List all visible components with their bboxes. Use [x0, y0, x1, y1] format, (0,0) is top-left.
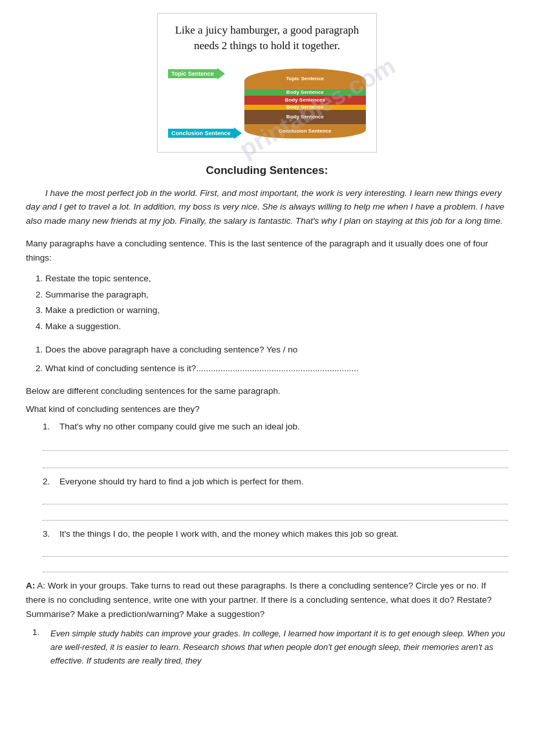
bun-top-text: Topic Sentence	[286, 76, 325, 81]
dotted-line-2b	[43, 506, 508, 521]
page-container: Like a juicy hamburger, a good paragraph…	[26, 13, 508, 668]
lettuce-text: Body Sentence	[286, 89, 324, 95]
section-a-label: A:	[26, 581, 37, 590]
topic-sentence-label: Topic Sentence	[168, 69, 217, 78]
patty-red-layer: Body Sentences	[244, 96, 366, 105]
section-a-text: A: A: Work in your groups. Take turns to…	[26, 579, 508, 621]
paragraph-1-text: Even simple study habits can improve you…	[50, 627, 508, 667]
item-2-sentence: Everyone should try hard to find a job w…	[59, 475, 303, 489]
conclusion-sentence-label: Conclusion Sentence	[168, 129, 234, 138]
topic-arrow-icon	[217, 68, 225, 80]
concluding-item-2: 2. Everyone should try hard to find a jo…	[43, 475, 508, 489]
question-2: What kind of concluding sentence is it?.…	[45, 361, 508, 376]
four-things-list: Restate the topic sentence, Summarise th…	[45, 272, 508, 335]
dotted-line-3b	[43, 558, 508, 573]
conclusion-label-arrow: Conclusion Sentence	[168, 127, 242, 139]
concluding-item-1: 1. That's why no other company could giv…	[43, 420, 508, 434]
dotted-line-1b	[43, 453, 508, 468]
burger-stack: Topic Sentence Body Sentence Body Senten…	[244, 69, 366, 138]
below-text-1: Below are different concluding sentences…	[26, 384, 508, 398]
questions-list: Does the above paragraph have a concludi…	[45, 342, 508, 376]
concluding-items: 1. That's why no other company could giv…	[43, 420, 508, 572]
topic-label-arrow: Topic Sentence	[168, 68, 242, 80]
hamburger-diagram: Like a juicy hamburger, a good paragraph…	[157, 13, 377, 153]
item-3-num: 3.	[43, 527, 54, 541]
concluding-item-3: 3. It's the things I do, the people I wo…	[43, 527, 508, 541]
bun-top-layer: Topic Sentence	[244, 69, 366, 89]
hamburger-title: Like a juicy hamburger, a good paragraph…	[168, 23, 366, 54]
item-1-sentence: That's why no other company could give m…	[59, 420, 300, 434]
paragraph-1-num: 1.	[32, 627, 45, 667]
section-a-body: A: Work in your groups. Take turns to re…	[26, 581, 491, 618]
item-1-num: 1.	[43, 420, 54, 434]
lettuce-layer: Body Sentence	[244, 89, 366, 96]
list-item-2: Summarise the paragraph,	[45, 288, 508, 303]
cheese-layer: Body Sentence	[244, 105, 366, 110]
list-item-1: Restate the topic sentence,	[45, 272, 508, 286]
italic-paragraph: I have the most perfect job in the world…	[26, 186, 508, 228]
patty-red-text: Body Sentences	[285, 97, 325, 103]
dotted-line-1	[43, 437, 508, 451]
paragraph-1-item: 1. Even simple study habits can improve …	[32, 627, 508, 667]
patty-brown-text: Body Sentence	[286, 114, 324, 120]
below-text-2: What kind of concluding sentences are th…	[26, 402, 508, 416]
question-1: Does the above paragraph have a concludi…	[45, 342, 508, 358]
hamburger-svg-area: Topic Sentence Conclusion Sentence Topic…	[168, 61, 366, 146]
item-2-num: 2.	[43, 475, 54, 489]
item-3-sentence: It's the things I do, the people I work …	[59, 527, 399, 541]
bun-bottom-text: Conclusion Sentence	[279, 128, 331, 134]
section-title: Concluding Sentences:	[26, 164, 508, 177]
dotted-line-3	[43, 542, 508, 557]
dotted-line-2	[43, 490, 508, 504]
list-item-4: Make a suggestion.	[45, 319, 508, 334]
body-text-1: Many paragraphs have a concluding senten…	[26, 237, 508, 265]
hamburger-labels: Topic Sentence Conclusion Sentence	[168, 61, 242, 146]
conclusion-arrow-icon	[234, 127, 242, 139]
list-item-3: Make a prediction or warning,	[45, 303, 508, 318]
bun-bottom-layer: Conclusion Sentence	[244, 124, 366, 138]
patty-brown-layer: Body Sentence	[244, 110, 366, 124]
